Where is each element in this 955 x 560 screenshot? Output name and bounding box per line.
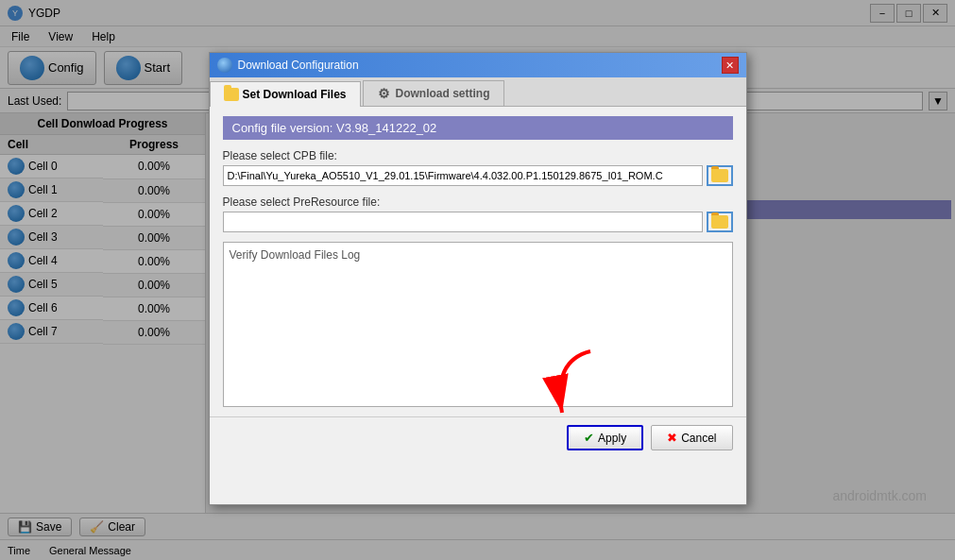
pre-resource-file-input[interactable] — [223, 212, 703, 232]
pre-resource-file-row — [223, 212, 733, 232]
dialog-tabs: Set Download Files ⚙ Download setting — [210, 77, 746, 107]
dialog: Download Configuration ✕ Set Download Fi… — [209, 52, 747, 505]
log-label: Verify Download Files Log — [230, 248, 361, 262]
cpb-file-row — [223, 165, 733, 186]
cancel-label: Cancel — [681, 432, 716, 445]
cancel-button[interactable]: ✖ Cancel — [651, 425, 732, 450]
tab-set-download-files[interactable]: Set Download Files — [210, 81, 361, 107]
tab-gear-icon: ⚙ — [377, 86, 392, 101]
log-area: Verify Download Files Log — [223, 242, 733, 407]
browse-folder-icon — [711, 169, 728, 182]
dialog-content: Config file version: V3.98_141222_02 Ple… — [210, 107, 746, 416]
cpb-label: Please select CPB file: — [223, 149, 733, 162]
apply-button[interactable]: ✔ Apply — [567, 425, 643, 450]
tab-folder-icon — [224, 87, 239, 102]
apply-label: Apply — [598, 432, 626, 445]
dialog-title-icon — [217, 58, 232, 73]
tab-download-setting[interactable]: ⚙ Download setting — [363, 80, 504, 106]
modal-overlay: Download Configuration ✕ Set Download Fi… — [0, 0, 955, 560]
dialog-title: Download Configuration — [238, 59, 359, 72]
dialog-title-left: Download Configuration — [217, 58, 359, 73]
dialog-close-button[interactable]: ✕ — [722, 57, 739, 74]
apply-check-icon: ✔ — [584, 431, 594, 445]
config-version-strip: Config file version: V3.98_141222_02 — [223, 116, 733, 140]
pre-resource-label: Please select PreResource file: — [223, 195, 733, 209]
pre-browse-folder-icon — [711, 215, 728, 229]
tab-set-download-label: Set Download Files — [243, 88, 347, 101]
pre-resource-browse-button[interactable] — [707, 212, 733, 232]
cancel-x-icon: ✖ — [667, 431, 677, 445]
cpb-file-input[interactable] — [223, 165, 703, 186]
dialog-footer: ✔ Apply ✖ Cancel — [210, 416, 746, 458]
tab-download-setting-label: Download setting — [396, 87, 490, 100]
cpb-browse-button[interactable] — [707, 165, 733, 186]
dialog-title-bar: Download Configuration ✕ — [210, 53, 746, 77]
